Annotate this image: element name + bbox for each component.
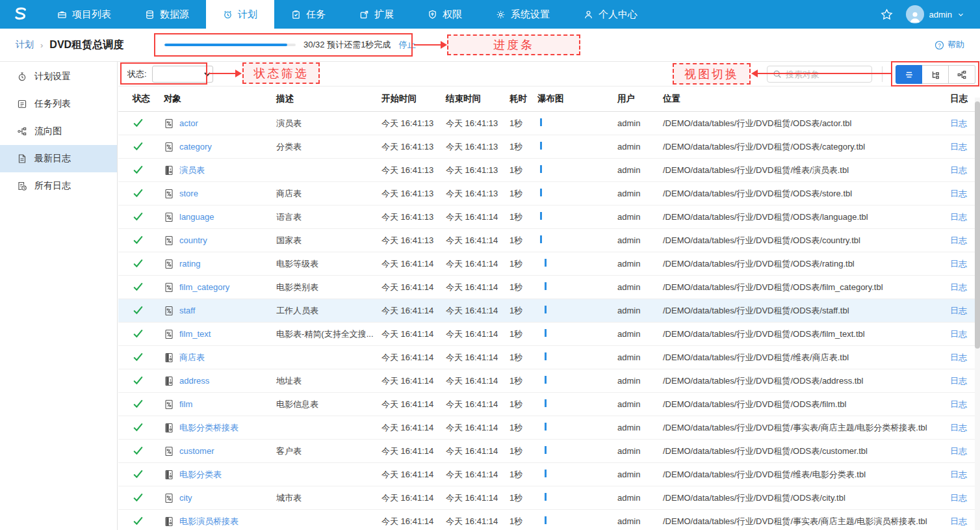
log-link[interactable]: 日志: [950, 376, 967, 386]
log-link[interactable]: 日志: [950, 118, 967, 128]
nav-item-datasource[interactable]: 数据源: [128, 0, 206, 29]
object-link[interactable]: 演员表: [179, 165, 205, 176]
table-row[interactable]: store 商店表 今天 16:41:13 今天 16:41:13 1秒 adm…: [118, 182, 980, 205]
plan-settings-icon: [17, 72, 27, 82]
log-link[interactable]: 日志: [950, 282, 967, 292]
object-link[interactable]: city: [179, 493, 192, 503]
favorite-star-icon[interactable]: [881, 8, 893, 21]
object-link[interactable]: film_category: [179, 282, 229, 292]
flow-diagram-icon: [17, 126, 27, 137]
table-row[interactable]: film_text 电影表-精简(支持全文搜... 今天 16:41:14 今天…: [118, 323, 980, 346]
table-row[interactable]: category 分类表 今天 16:41:13 今天 16:41:13 1秒 …: [118, 135, 980, 159]
sidebar-item-all-logs[interactable]: 所有日志: [0, 172, 117, 200]
table-row[interactable]: 演员表 今天 16:41:13 今天 16:41:13 1秒 admin /DE…: [118, 159, 980, 182]
table-row[interactable]: 电影分类桥接表 今天 16:41:14 今天 16:41:14 1秒 admin…: [118, 416, 980, 440]
log-link[interactable]: 日志: [950, 446, 967, 456]
location-path: /DEMO/data/tables/行业/DVD租赁/ODS表/staff.tb…: [660, 305, 944, 317]
log-link[interactable]: 日志: [950, 212, 967, 222]
object-link[interactable]: country: [179, 235, 207, 245]
log-link[interactable]: 日志: [950, 470, 967, 479]
table-row[interactable]: 电影演员桥接表 今天 16:41:14 今天 16:41:14 1秒 admin…: [118, 510, 980, 530]
end-time: 今天 16:41:14: [444, 469, 508, 481]
scrollbar-thumb[interactable]: [975, 101, 980, 349]
subheader: 计划 › DVD租赁总调度 30/32 预计还需1秒完成 停止 ? 帮助: [0, 29, 980, 62]
log-link[interactable]: 日志: [950, 423, 967, 432]
log-link[interactable]: 日志: [950, 235, 967, 245]
log-link[interactable]: 日志: [950, 493, 967, 503]
flow-file-icon: [164, 165, 174, 176]
view-switcher: [896, 65, 975, 84]
nav-item-extensions[interactable]: 扩展: [342, 0, 411, 29]
table-row[interactable]: actor 演员表 今天 16:41:13 今天 16:41:13 1秒 adm…: [118, 112, 980, 135]
tree-view-button[interactable]: [922, 65, 949, 84]
log-link[interactable]: 日志: [950, 189, 967, 198]
progress-text: 30/32 预计还需1秒完成: [303, 39, 391, 51]
start-time: 今天 16:41:14: [380, 258, 444, 270]
success-check-icon: [133, 282, 162, 293]
object-link[interactable]: address: [179, 376, 209, 386]
flow-view-button[interactable]: [949, 65, 975, 84]
end-time: 今天 16:41:14: [444, 445, 508, 457]
table-row[interactable]: 电影分类表 今天 16:41:14 今天 16:41:14 1秒 admin /…: [118, 463, 980, 486]
object-link[interactable]: language: [179, 212, 214, 222]
object-link[interactable]: customer: [179, 446, 214, 456]
object-link[interactable]: 电影演员桥接表: [179, 516, 239, 527]
table-row[interactable]: customer 客户表 今天 16:41:14 今天 16:41:14 1秒 …: [118, 440, 980, 463]
nav-item-plan[interactable]: 计划: [206, 0, 274, 29]
table-row[interactable]: film 电影信息表 今天 16:41:14 今天 16:41:14 1秒 ad…: [118, 393, 980, 416]
list-view-button[interactable]: [896, 65, 922, 84]
log-link[interactable]: 日志: [950, 306, 967, 315]
log-link[interactable]: 日志: [950, 165, 967, 175]
object-link[interactable]: 商店表: [179, 352, 205, 364]
help-button[interactable]: ? 帮助: [935, 29, 964, 61]
extensions-icon: [359, 10, 369, 20]
object-link[interactable]: actor: [179, 118, 198, 128]
table-row[interactable]: 商店表 今天 16:41:14 今天 16:41:14 1秒 admin /DE…: [118, 346, 980, 369]
log-link[interactable]: 日志: [950, 142, 967, 152]
sidebar-item-plan-settings[interactable]: 计划设置: [0, 63, 117, 90]
status-filter-select[interactable]: [152, 66, 213, 83]
object-link[interactable]: 电影分类桥接表: [179, 422, 239, 434]
nav-item-profile[interactable]: 个人中心: [567, 0, 654, 29]
success-check-icon: [133, 516, 162, 527]
table-row[interactable]: staff 工作人员表 今天 16:41:14 今天 16:41:14 1秒 a…: [118, 299, 980, 323]
table-row[interactable]: country 国家表 今天 16:41:13 今天 16:41:14 1秒 a…: [118, 229, 980, 252]
breadcrumb-plan-link[interactable]: 计划: [16, 39, 34, 51]
object-link[interactable]: staff: [179, 306, 195, 315]
table-row[interactable]: rating 电影等级表 今天 16:41:14 今天 16:41:14 1秒 …: [118, 252, 980, 276]
start-time: 今天 16:41:13: [380, 141, 444, 153]
start-time: 今天 16:41:14: [380, 516, 444, 527]
scrollbar-track[interactable]: [975, 98, 980, 530]
log-link[interactable]: 日志: [950, 329, 967, 339]
object-link[interactable]: rating: [179, 259, 201, 269]
log-link[interactable]: 日志: [950, 399, 967, 409]
log-link[interactable]: 日志: [950, 516, 967, 526]
object-link[interactable]: category: [179, 142, 212, 152]
nav-item-settings[interactable]: 系统设置: [479, 0, 567, 29]
nav-item-tasks[interactable]: 任务: [274, 0, 342, 29]
object-link[interactable]: store: [179, 189, 198, 198]
table-row[interactable]: address 地址表 今天 16:41:14 今天 16:41:14 1秒 a…: [118, 369, 980, 393]
sidebar-item-task-list[interactable]: 任务列表: [0, 90, 117, 118]
column-start-time: 开始时间: [380, 93, 444, 105]
table-row[interactable]: language 语言表 今天 16:41:13 今天 16:41:14 1秒 …: [118, 205, 980, 229]
search-input[interactable]: [786, 70, 860, 79]
log-link[interactable]: 日志: [950, 259, 967, 269]
user-menu[interactable]: admin: [906, 5, 964, 23]
description: 语言表: [273, 211, 380, 223]
svg-text:?: ?: [938, 42, 941, 48]
duration: 1秒: [508, 352, 536, 364]
sidebar-item-latest-logs[interactable]: 最新日志: [0, 145, 117, 172]
object-link[interactable]: film_text: [179, 329, 211, 339]
sidebar-item-flow-diagram[interactable]: 流向图: [0, 118, 117, 145]
location-path: /DEMO/data/tables/行业/DVD租赁/ODS表/address.…: [660, 375, 944, 387]
stop-button[interactable]: 停止: [398, 39, 415, 51]
location-path: /DEMO/data/tables/行业/DVD租赁/事实表/商店主题/电影演员…: [660, 516, 944, 527]
log-link[interactable]: 日志: [950, 352, 967, 362]
nav-item-projects[interactable]: 项目列表: [40, 0, 128, 29]
object-link[interactable]: 电影分类表: [179, 469, 222, 481]
table-row[interactable]: film_category 电影类别表 今天 16:41:14 今天 16:41…: [118, 276, 980, 299]
table-row[interactable]: city 城市表 今天 16:41:14 今天 16:41:14 1秒 admi…: [118, 486, 980, 510]
object-link[interactable]: film: [179, 399, 192, 409]
nav-item-permissions[interactable]: 权限: [411, 0, 479, 29]
